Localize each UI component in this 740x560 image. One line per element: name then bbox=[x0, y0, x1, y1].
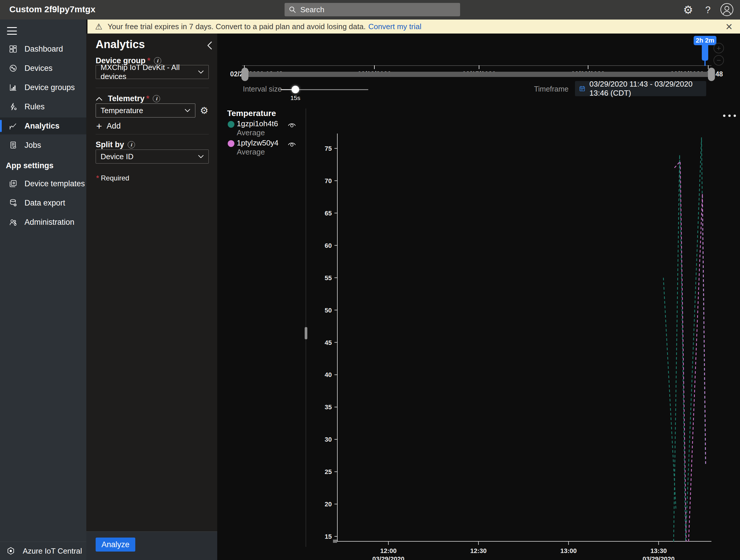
sidebar-item-dashboard[interactable]: Dashboard bbox=[0, 40, 86, 58]
sidebar-footer-azure-iot-central[interactable]: Azure IoT Central bbox=[0, 542, 86, 560]
sidebar-item-data-export[interactable]: Data export bbox=[0, 194, 86, 211]
panel-footer: Analyze bbox=[86, 532, 217, 560]
x-tick-label: 13:30 bbox=[650, 547, 667, 554]
x-tick-label: 12:00 bbox=[380, 547, 396, 554]
chevron-down-icon bbox=[185, 109, 190, 112]
y-tick-label: 25 bbox=[325, 468, 332, 475]
active-indicator bbox=[0, 43, 2, 55]
telemetry-value: Temperature bbox=[101, 106, 143, 115]
y-tick-label: 70 bbox=[325, 177, 332, 185]
rules-icon bbox=[9, 102, 17, 111]
settings-gear-icon[interactable]: ⚙ bbox=[681, 0, 695, 19]
range-handle-stem bbox=[705, 60, 706, 66]
active-indicator bbox=[0, 62, 2, 74]
app-title: Custom 2f9lpy7mtgx bbox=[9, 4, 95, 14]
y-tick-label: 50 bbox=[325, 307, 332, 314]
search-input[interactable] bbox=[300, 5, 456, 15]
sidebar-item-devices[interactable]: Devices bbox=[0, 60, 86, 77]
legend: 1gzpi1oh4t6Average1ptylzw50y4Average bbox=[227, 119, 309, 158]
y-tick-label: 30 bbox=[325, 436, 332, 443]
split-by-value: Device ID bbox=[101, 152, 133, 161]
sidebar-item-rules[interactable]: Rules bbox=[0, 98, 86, 115]
scrubber-right-handle[interactable] bbox=[708, 68, 715, 81]
telemetry-label: Telemetry bbox=[108, 94, 145, 103]
sidebar-item-label: Analytics bbox=[24, 121, 60, 130]
telemetry-label-row: Telemetry * i bbox=[96, 94, 160, 103]
y-tick-label: 40 bbox=[325, 371, 332, 378]
sidebar-item-jobs[interactable]: Jobs bbox=[0, 137, 86, 154]
telemetry-dropdown[interactable]: Temperature bbox=[96, 103, 195, 117]
analytics-icon bbox=[9, 121, 17, 130]
avatar[interactable] bbox=[720, 3, 734, 17]
close-icon[interactable]: × bbox=[726, 22, 732, 31]
zoom-out-button[interactable]: − bbox=[714, 55, 724, 66]
y-tick-label: 60 bbox=[325, 242, 332, 249]
timeline-tick bbox=[374, 65, 375, 69]
timeline-tick bbox=[479, 65, 479, 69]
timeline-scrubber[interactable] bbox=[244, 72, 715, 77]
legend-title: Temperature bbox=[227, 109, 276, 118]
active-indicator bbox=[0, 101, 2, 113]
legend-scrollbar-thumb[interactable] bbox=[305, 327, 307, 339]
collapse-panel-icon[interactable] bbox=[206, 41, 213, 51]
trial-banner: ⚠ Your free trial expires in 7 days. Con… bbox=[87, 19, 740, 33]
azure-iot-central-icon bbox=[6, 547, 15, 555]
timeframe-value: 03/29/2020 11:43 - 03/29/2020 13:46 (CDT… bbox=[589, 80, 702, 98]
info-icon[interactable]: i bbox=[128, 141, 135, 149]
chart-series-1gzpi1oh4t6 bbox=[663, 278, 676, 511]
telemetry-settings-gear-icon[interactable]: ⚙ bbox=[200, 106, 208, 115]
devices-icon bbox=[9, 64, 17, 73]
split-by-dropdown[interactable]: Device ID bbox=[96, 150, 209, 164]
range-duration-badge: 2h 2m bbox=[693, 36, 716, 45]
timeframe-label: Timeframe bbox=[525, 85, 569, 93]
split-by-label-row: Split by i bbox=[96, 140, 135, 149]
chevron-up-icon[interactable] bbox=[96, 97, 103, 101]
interval-slider-handle[interactable] bbox=[292, 86, 299, 93]
menu-icon[interactable] bbox=[7, 27, 17, 35]
topbar: Custom 2f9lpy7mtgx ⚙ ? bbox=[0, 0, 740, 19]
axis-drag-handle bbox=[333, 540, 337, 543]
active-indicator bbox=[0, 216, 2, 228]
toggle-visibility-eye-icon[interactable] bbox=[287, 121, 296, 130]
device-groups-icon bbox=[9, 83, 17, 92]
active-indicator bbox=[0, 139, 2, 151]
add-telemetry-button[interactable]: + Add bbox=[96, 121, 121, 131]
divider bbox=[96, 134, 209, 134]
interval-size-label: Interval size bbox=[243, 85, 282, 93]
chart-more-options-icon[interactable] bbox=[723, 114, 736, 117]
y-tick-label: 35 bbox=[325, 403, 332, 411]
info-icon[interactable]: i bbox=[153, 95, 160, 102]
banner-text: Your free trial expires in 7 days. Conve… bbox=[108, 22, 366, 31]
required-note: * Required bbox=[96, 174, 129, 182]
device-templates-icon bbox=[9, 179, 17, 188]
series-color-dot bbox=[228, 121, 235, 128]
sidebar-footer-label: Azure IoT Central bbox=[23, 547, 82, 556]
convert-trial-link[interactable]: Convert my trial bbox=[368, 22, 421, 31]
sidebar-item-analytics[interactable]: Analytics bbox=[0, 117, 86, 134]
device-group-value: MXChip IoT DevKit - All devices bbox=[101, 63, 198, 81]
sidebar-item-administration[interactable]: Administration bbox=[0, 214, 86, 230]
help-icon[interactable]: ? bbox=[702, 0, 714, 19]
chart-area: 02/28/2020 12:4803/08/202003/15/202003/2… bbox=[217, 33, 740, 560]
timeframe-field[interactable]: 03/29/2020 11:43 - 03/29/2020 13:46 (CDT… bbox=[575, 81, 706, 96]
sidebar-item-device-templates[interactable]: Device templates bbox=[0, 175, 86, 192]
chevron-down-icon bbox=[198, 155, 204, 158]
range-handle[interactable] bbox=[702, 44, 708, 61]
analyze-button[interactable]: Analyze bbox=[96, 538, 135, 552]
sidebar-section-app-settings: App settings bbox=[0, 156, 86, 175]
sidebar-item-label: Rules bbox=[24, 102, 44, 111]
sidebar-item-device-groups[interactable]: Device groups bbox=[0, 79, 86, 96]
legend-entry-1gzpi1oh4t6: 1gzpi1oh4t6Average bbox=[227, 119, 309, 138]
series-color-dot bbox=[228, 140, 235, 147]
toggle-visibility-eye-icon[interactable] bbox=[287, 140, 296, 149]
search-box bbox=[285, 3, 460, 16]
active-indicator bbox=[0, 81, 2, 94]
y-tick-label: 20 bbox=[325, 500, 332, 508]
zoom-in-button[interactable]: + bbox=[714, 43, 724, 53]
analytics-panel: Analytics Device group * i MXChip IoT De… bbox=[86, 33, 217, 560]
sidebar-item-label: Devices bbox=[24, 64, 53, 73]
scrubber-left-handle[interactable] bbox=[242, 68, 249, 81]
device-group-dropdown[interactable]: MXChip IoT DevKit - All devices bbox=[96, 65, 209, 79]
add-label: Add bbox=[107, 121, 121, 130]
warning-icon: ⚠ bbox=[95, 22, 102, 31]
